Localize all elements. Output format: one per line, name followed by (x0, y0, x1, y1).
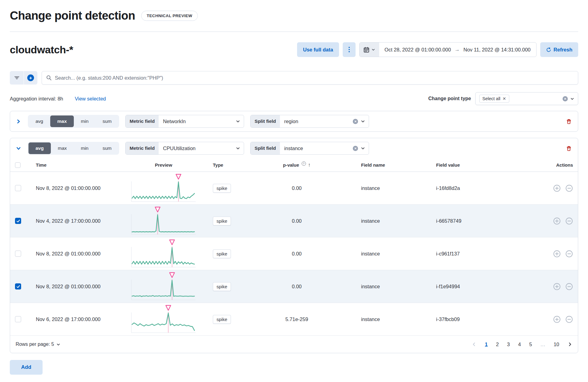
change-point-type-label: Change point type (428, 96, 471, 101)
view-selected-link[interactable]: View selected (75, 96, 106, 102)
row-field-name: instance (343, 185, 418, 191)
toolbar: Use full data Oct 28, 2022 @ 01:00:00.00… (297, 42, 578, 57)
refresh-button[interactable]: Refresh (540, 42, 578, 57)
agg-option-min[interactable]: min (74, 115, 96, 127)
row-type: spike (202, 249, 251, 258)
chevron-down-icon (56, 342, 60, 346)
remove-pill-icon[interactable]: ✕ (503, 96, 506, 101)
split-field-control: Split field region ✕ (250, 115, 369, 128)
type-badge: spike (213, 184, 231, 193)
next-page-button[interactable] (567, 342, 572, 347)
agg-option-avg[interactable]: avg (28, 142, 51, 154)
filter-menu-button[interactable] (10, 71, 24, 85)
row-actions (519, 316, 573, 323)
clear-split-field-icon[interactable]: ✕ (353, 146, 358, 151)
split-field-select[interactable]: region (280, 115, 353, 127)
filter-out-value-icon[interactable] (565, 184, 573, 192)
chevron-down-icon (16, 146, 21, 151)
row-p-value: 0.00 (251, 251, 343, 257)
p-value-info-icon[interactable]: ? (302, 161, 306, 166)
clear-split-field-icon[interactable]: ✕ (353, 119, 358, 124)
page-button-10[interactable]: 10 (554, 342, 559, 347)
type-badge: spike (213, 249, 231, 258)
row-checkbox[interactable] (15, 283, 21, 289)
row-p-value: 5.71e-259 (251, 316, 343, 322)
column-header-type[interactable]: Type (202, 162, 251, 168)
collapse-accordion-button[interactable] (15, 146, 22, 151)
chevron-down-icon[interactable] (361, 119, 365, 123)
delete-config-button[interactable] (565, 117, 573, 126)
page-button-4[interactable]: 4 (518, 342, 521, 347)
row-actions (519, 217, 573, 225)
column-header-field-value[interactable]: Field value (418, 162, 519, 168)
header-divider (10, 32, 578, 32)
agg-option-min[interactable]: min (74, 142, 96, 154)
filter-out-value-icon[interactable] (565, 283, 573, 290)
row-field-value: i-c961f137 (418, 251, 519, 257)
date-picker-quick-menu[interactable] (360, 43, 379, 57)
filter-for-value-icon[interactable] (553, 184, 561, 192)
delete-config-button[interactable] (565, 144, 573, 153)
chevron-down-icon[interactable] (236, 146, 240, 150)
row-checkbox[interactable] (15, 251, 21, 257)
sparkline-chart (130, 271, 197, 302)
split-field-select[interactable]: instance (280, 142, 353, 154)
metric-field-label: Metric field (126, 115, 159, 127)
date-start[interactable]: Oct 28, 2022 @ 01:00:00.000 (385, 47, 451, 53)
clear-selection-icon[interactable]: ✕ (563, 96, 568, 101)
search-input[interactable] (55, 75, 574, 81)
change-point-config-panel-2: avg max min sum Metric field CPUUtilizat… (10, 138, 578, 353)
chevron-down-icon[interactable] (236, 119, 240, 123)
filter-for-value-icon[interactable] (553, 250, 561, 258)
agg-option-sum[interactable]: sum (96, 142, 119, 154)
agg-option-sum[interactable]: sum (96, 115, 119, 127)
agg-option-max[interactable]: max (51, 142, 74, 154)
rows-per-page-button[interactable]: Rows per page: 5 (16, 342, 60, 347)
add-filter-button[interactable]: + (24, 71, 37, 85)
select-all-checkbox[interactable] (15, 162, 21, 168)
use-full-data-button[interactable]: Use full data (297, 42, 339, 57)
agg-option-max[interactable]: max (50, 115, 74, 127)
filter-out-value-icon[interactable] (565, 250, 573, 258)
date-range-picker: Oct 28, 2022 @ 01:00:00.000 → Nov 11, 20… (359, 42, 537, 57)
filter-for-value-icon[interactable] (553, 283, 561, 290)
date-end[interactable]: Nov 11, 2022 @ 14:31:00.000 (463, 47, 530, 53)
filter-out-value-icon[interactable] (565, 217, 573, 225)
column-header-p-value[interactable]: p-value? ↑ (251, 162, 343, 168)
split-field-control: Split field instance ✕ (250, 142, 369, 155)
table-row: Nov 6, 2022 @ 17:00:00.000 spike 5.71e-2… (10, 303, 578, 336)
sample-size-menu-button[interactable] (343, 42, 356, 57)
selected-type-pill[interactable]: Select all ✕ (479, 95, 509, 103)
config-row-1: avg max min sum Metric field NetworkIn S… (10, 111, 578, 131)
change-point-type-select[interactable]: Select all ✕ ✕ (475, 92, 578, 105)
column-header-time[interactable]: Time (28, 162, 125, 168)
page-button-3[interactable]: 3 (507, 342, 510, 347)
row-checkbox[interactable] (15, 316, 21, 322)
row-checkbox[interactable] (15, 185, 21, 191)
search-row: + (10, 71, 578, 85)
type-badge: spike (213, 315, 231, 324)
sort-ascending-icon[interactable]: ↑ (308, 162, 311, 168)
page-button-1[interactable]: 1 (485, 342, 488, 347)
metric-field-select[interactable]: NetworkIn (159, 115, 236, 127)
technical-preview-badge: TECHNICAL PREVIEW (141, 11, 198, 21)
column-header-field-name[interactable]: Field name (343, 162, 418, 168)
filter-for-value-icon[interactable] (553, 217, 561, 225)
filter-for-value-icon[interactable] (553, 316, 561, 323)
page-button-2[interactable]: 2 (496, 342, 499, 347)
page-ellipsis: … (540, 342, 545, 347)
filter-out-value-icon[interactable] (565, 316, 573, 323)
add-row: Add (10, 360, 578, 375)
agg-option-avg[interactable]: avg (28, 115, 50, 127)
row-field-name: instance (343, 251, 418, 257)
row-checkbox[interactable] (15, 218, 21, 224)
row-time: Nov 8, 2022 @ 01:00:00.000 (28, 284, 125, 289)
metric-field-select[interactable]: CPUUtilization (159, 142, 236, 154)
expand-accordion-button[interactable] (15, 119, 22, 124)
table-row: Nov 4, 2022 @ 17:00:00.000 spike 0.00 in… (10, 205, 578, 237)
page-button-5[interactable]: 5 (529, 342, 532, 347)
search-icon (46, 75, 52, 81)
add-config-button[interactable]: Add (10, 360, 43, 375)
previous-page-button[interactable] (472, 342, 477, 347)
chevron-down-icon[interactable] (361, 146, 365, 150)
